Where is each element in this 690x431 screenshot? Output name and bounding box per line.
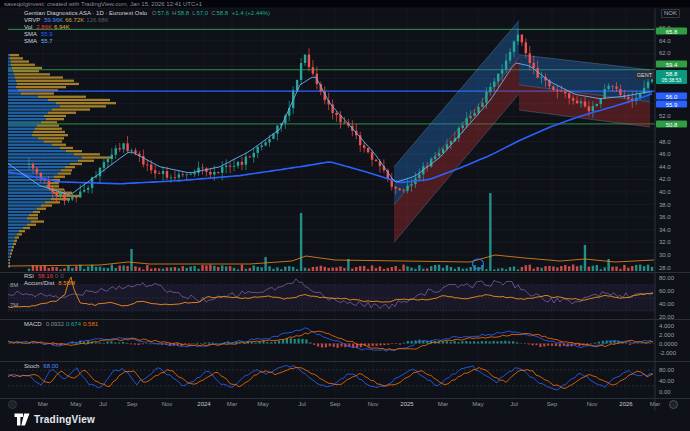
pane-axis-label: 20.00 <box>659 314 674 320</box>
change-value: +1.4 (+2.44%) <box>232 10 270 16</box>
price-tick-label: 62.0 <box>659 50 671 56</box>
time-tick-label: Nov <box>368 401 379 407</box>
time-tick-label: Sep <box>547 401 558 407</box>
accum-left-scale-label: 7M <box>10 302 18 308</box>
indicator-value: 55.7 <box>41 38 53 44</box>
price-tick-label: 32.0 <box>659 239 671 245</box>
time-tick-label: Mar <box>227 401 237 407</box>
ohlc-value: 57.6 <box>157 10 169 16</box>
price-tick-label: 36.0 <box>659 214 671 220</box>
last-price-badge[interactable]: 58.805:38:53 <box>656 70 687 84</box>
indicator-name: MACD <box>24 321 42 327</box>
time-tick-label: Jul <box>99 401 107 407</box>
price-line-badge[interactable]: 55.9 <box>656 101 687 108</box>
time-tick-label: 2025 <box>400 401 413 407</box>
pane-axis-label: 40.00 <box>659 301 674 307</box>
price-tick-label: 44.0 <box>659 164 671 170</box>
indicator-name: SMA <box>24 38 37 44</box>
price-tick-label: 42.0 <box>659 176 671 182</box>
time-tick-label: Mar <box>650 401 660 407</box>
price-tick-label: 52.0 <box>659 113 671 119</box>
volume-ma-line <box>8 255 654 266</box>
symbol-title-row[interactable]: Gentian Diagnostics ASA · 1D · Euronext … <box>24 10 270 17</box>
time-tick-label: Sep <box>127 401 138 407</box>
time-tick-label: Jul <box>298 401 306 407</box>
price-tick-label: 28.0 <box>659 265 671 271</box>
indicator-legend-row[interactable]: SMA55.9 <box>24 31 270 38</box>
price-line-badge[interactable]: 56.0 <box>656 93 687 100</box>
time-tick-label: Nov <box>587 401 598 407</box>
badge-price: 59.4 <box>656 61 687 67</box>
indicator-name: Vol <box>24 24 32 30</box>
time-tick-label: May <box>257 401 268 407</box>
indicator-name: Stoch <box>24 363 39 369</box>
pane-axis-label: 2.000 <box>659 332 674 338</box>
chart-canvas[interactable] <box>0 0 690 431</box>
indicator-value: 0.581 <box>83 321 98 327</box>
ohlc-value: 58.8 <box>177 10 189 16</box>
accum-left-scale-label: 8M <box>10 282 18 288</box>
pane-axis-label: 0.0000 <box>659 341 677 347</box>
symbol-title[interactable]: Gentian Diagnostics ASA · 1D · Euronext … <box>24 10 147 16</box>
stoch-pane <box>8 366 655 390</box>
time-tick-label: May <box>70 401 81 407</box>
indicator-value: 55.9 <box>41 31 53 37</box>
badge-price: 55.9 <box>656 101 687 107</box>
price-tick-label: 64.0 <box>659 38 671 44</box>
indicator-value: 58.16 <box>38 273 53 279</box>
time-tick-label: Sep <box>330 401 341 407</box>
indicator-legend-row[interactable]: SMA55.7 <box>24 38 270 45</box>
candlestick-series <box>28 28 653 205</box>
tradingview-brand-text: TradingView <box>34 414 95 425</box>
ohlc-label: L <box>192 10 195 16</box>
ohlc-label: O <box>152 10 157 16</box>
indicator-value: 8.58M <box>58 280 75 286</box>
badge-price: 56.0 <box>656 93 687 99</box>
time-tick-label: Jul <box>510 401 518 407</box>
price-line-badge[interactable]: 59.4 <box>656 61 687 68</box>
price-tick-label: 34.0 <box>659 227 671 233</box>
tradingview-logo-icon <box>14 413 30 426</box>
currency-label[interactable]: NOK <box>661 9 680 18</box>
time-tick-label: Mar <box>438 401 448 407</box>
pane-axis-label: 0.00 <box>659 389 671 395</box>
time-tick-label: 2026 <box>619 401 632 407</box>
ohlc-label: C <box>211 10 215 16</box>
pane-axis-label: 40.00 <box>659 378 674 384</box>
stoch-legend[interactable]: Stoch68.00 <box>24 363 58 370</box>
time-axis[interactable]: MarMayJulSepNov2024MarMayJulSepNov2025Ma… <box>0 399 690 411</box>
tradingview-branding: TradingView <box>14 411 95 427</box>
time-tick-label: 2024 <box>197 401 210 407</box>
accum-dist-legend[interactable]: Accum/Dist8.58M <box>24 280 75 287</box>
price-tick-label: 46.0 <box>659 151 671 157</box>
volume-profile <box>8 54 116 268</box>
clock-timezone-icon[interactable] <box>669 400 678 409</box>
macd-legend[interactable]: MACD0.09320.6740.581 <box>24 321 98 328</box>
time-axis-history-icon[interactable] <box>8 400 17 409</box>
price-axis[interactable]: NOK 66.064.062.054.052.048.046.044.042.0… <box>655 0 690 431</box>
indicator-name: RSI <box>24 273 34 279</box>
time-tick-label: Mar <box>38 401 48 407</box>
bar-countdown: 05:38:53 <box>656 77 687 84</box>
channel-drawing-1[interactable] <box>394 21 519 243</box>
time-tick-label: May <box>472 401 483 407</box>
indicator-value: 66.72K <box>65 17 84 23</box>
indicator-legend-row[interactable]: VRVP59.96K66.72K126.68K <box>24 17 270 24</box>
ohlc-label: H <box>172 10 176 16</box>
price-line-badge[interactable]: 65.8 <box>656 28 687 35</box>
macd-pane <box>8 328 655 351</box>
symbol-legend[interactable]: Gentian Diagnostics ASA · 1D · Euronext … <box>24 10 270 45</box>
indicator-name: VRVP <box>24 17 40 23</box>
badge-price: 50.8 <box>656 121 687 127</box>
indicator-legend-row[interactable]: Vol2.86K6.94K <box>24 24 270 31</box>
price-tick-label: 48.0 <box>659 139 671 145</box>
price-tick-label: 38.0 <box>659 202 671 208</box>
time-tick-label: Nov <box>162 401 173 407</box>
symbol-price-tag: GENT <box>635 71 654 79</box>
ohlc-value: 57.0 <box>196 10 208 16</box>
indicator-value: 0.674 <box>66 321 81 327</box>
indicator-value: 59.96K <box>44 17 63 23</box>
rsi-legend[interactable]: RSI58.1600 <box>24 273 64 280</box>
indicator-value: 6.94K <box>54 24 70 30</box>
price-line-badge[interactable]: 50.8 <box>656 121 687 128</box>
